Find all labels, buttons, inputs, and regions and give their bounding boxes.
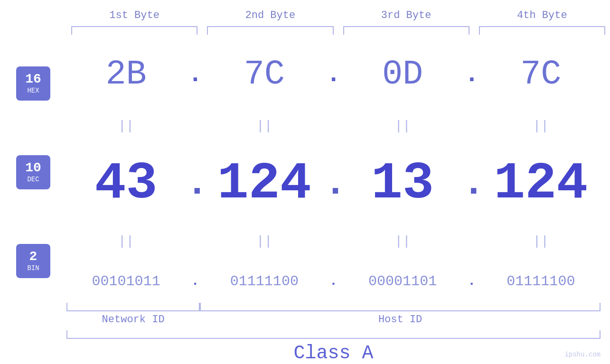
byte-header-2: 2nd Byte [202,9,338,21]
dec-dot-1: . [186,162,205,205]
bracket-top-4 [479,26,605,35]
hex-number: 16 [25,73,41,86]
host-id-label: Host ID [200,314,601,326]
hex-cell-4: 7C [481,55,601,94]
dec-number: 10 [25,161,41,175]
eq1-1: || [66,119,186,133]
equals-row-1: || || || || [66,119,601,133]
dec-val-4: 124 [494,154,588,213]
class-bracket [66,330,601,339]
eq1-3: || [343,119,462,133]
hex-badge: 16 HEX [16,66,50,101]
hex-val-4: 7C [520,55,561,94]
bracket-network [66,303,200,311]
hex-cell-1: 2B [66,55,186,94]
bin-val-3: 00001101 [368,273,437,289]
bracket-host [200,303,601,311]
bracket-top-3 [343,26,469,35]
bin-cell-4: 01111100 [481,273,601,289]
eq2-2: || [205,234,324,249]
bin-cell-2: 01111100 [205,273,324,289]
class-label: Class A [66,343,601,364]
hex-cell-3: 0D [343,55,462,94]
dec-cell-2: 124 [205,158,324,210]
dec-val-1: 43 [95,154,158,213]
value-grid: 2B . 7C . 0D . 7C || || [66,44,610,300]
byte-header-1: 1st Byte [66,9,202,21]
eq2-4: || [481,234,601,249]
dec-dot-2: . [324,162,343,205]
bin-val-1: 00101011 [92,273,160,289]
hex-val-1: 2B [105,55,146,94]
eq1-2: || [205,119,324,133]
dec-badge: 10 DEC [16,155,50,189]
network-id-label: Network ID [66,314,200,326]
hex-label: HEX [27,87,39,94]
dec-val-3: 13 [371,154,434,213]
bin-dot-2: . [324,274,343,289]
watermark: ipshu.com [564,351,601,358]
eq1-4: || [481,119,601,133]
hex-dot-1: . [186,61,205,89]
bottom-brackets [66,303,601,311]
dec-label: DEC [27,176,39,183]
hex-dot-2: . [324,61,343,89]
bin-row: 00101011 . 01111100 . 00001101 . 0111110… [66,273,601,289]
main-container: 1st Byte 2nd Byte 3rd Byte 4th Byte 16 H… [0,0,610,364]
class-section: Class A [0,330,610,364]
dec-row: 43 . 124 . 13 . 124 [66,158,601,210]
dec-cell-1: 43 [66,158,186,210]
hex-dot-3: . [462,61,481,89]
hex-row: 2B . 7C . 0D . 7C [66,55,601,94]
byte-header-4: 4th Byte [474,9,610,21]
eq2-3: || [343,234,462,249]
bottom-section: Network ID Host ID [0,303,610,326]
hex-cell-2: 7C [205,55,324,94]
dec-cell-4: 124 [481,158,601,210]
byte-header-3: 3rd Byte [338,9,474,21]
hex-val-3: 0D [382,55,423,94]
bin-dot-3: . [462,274,481,289]
byte-headers: 1st Byte 2nd Byte 3rd Byte 4th Byte [0,9,610,21]
base-labels: 16 HEX 10 DEC 2 BIN [0,44,66,300]
bracket-top-1 [71,26,197,35]
hex-val-2: 7C [244,55,285,94]
bin-label: BIN [27,264,39,272]
eq2-1: || [66,234,186,249]
bin-val-4: 01111100 [507,273,575,289]
dec-val-2: 124 [217,154,311,213]
bin-badge: 2 BIN [16,244,50,278]
content-area: 16 HEX 10 DEC 2 BIN 2B . 7C [0,44,610,300]
bin-cell-1: 00101011 [66,273,186,289]
bin-cell-3: 00001101 [343,273,462,289]
dec-dot-3: . [462,162,481,205]
top-brackets [0,26,610,35]
dec-cell-3: 13 [343,158,462,210]
equals-row-2: || || || || [66,234,601,249]
id-labels-row: Network ID Host ID [66,314,601,326]
bin-number: 2 [29,250,38,263]
bin-dot-1: . [186,274,205,289]
bracket-top-2 [207,26,333,35]
bin-val-2: 01111100 [230,273,299,289]
